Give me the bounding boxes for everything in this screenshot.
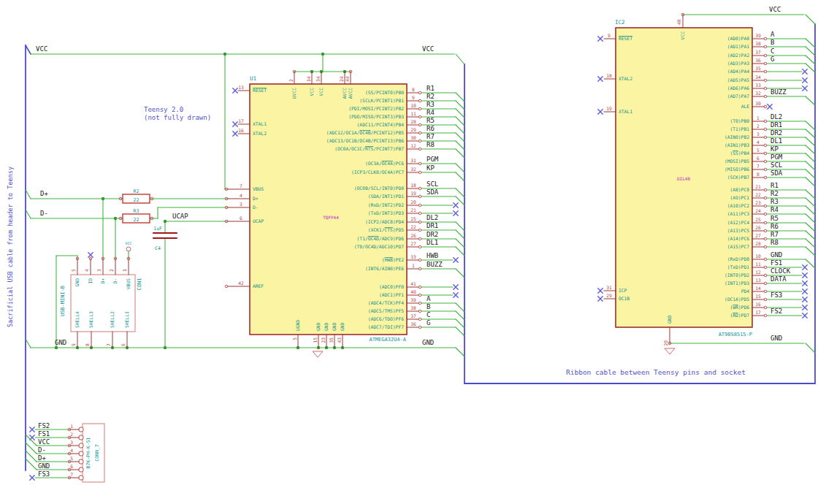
svg-text:8: 8 xyxy=(757,172,760,177)
svg-text:(T0)PB0: (T0)PB0 xyxy=(730,118,749,123)
pin-endpoint xyxy=(418,302,421,305)
r2-value: 22 xyxy=(134,197,139,203)
pin-endpoint xyxy=(764,221,767,224)
net-label-r6: R6 xyxy=(427,125,435,132)
net-label-gnd: GND xyxy=(55,339,66,346)
svg-text:31: 31 xyxy=(606,285,612,290)
svg-text:30: 30 xyxy=(755,101,761,106)
svg-text:ICP: ICP xyxy=(619,288,627,293)
svg-text:GND: GND xyxy=(324,322,329,331)
svg-text:D+: D+ xyxy=(253,196,259,201)
conn7-component[interactable]: B7K-PH-K-S1CONN_71234567 xyxy=(68,424,104,482)
svg-text:23: 23 xyxy=(755,200,761,205)
pin-endpoint xyxy=(764,196,767,199)
pin-endpoint xyxy=(764,87,767,90)
svg-text:17: 17 xyxy=(755,310,761,315)
svg-text:(A10)PC2: (A10)PC2 xyxy=(727,203,750,208)
net-label-r7: R7 xyxy=(770,231,779,238)
net-label-c: C xyxy=(427,311,430,318)
pin-endpoint xyxy=(764,95,767,98)
svg-text:30: 30 xyxy=(410,135,416,140)
net-label-hwb: HWB xyxy=(427,252,438,259)
net-label-r2: R2 xyxy=(427,93,435,100)
svg-text:(SS/PCINT0)PB0: (SS/PCINT0)PB0 xyxy=(365,90,404,95)
svg-text:25: 25 xyxy=(755,217,761,222)
con1-component[interactable]: USB-MINI-BCON15GND4ID3D+2D-1VBUS9SHELL48… xyxy=(60,241,142,348)
svg-text:(ICP2/ADC8)PD4: (ICP2/ADC8)PD4 xyxy=(365,219,404,224)
svg-text:15: 15 xyxy=(313,337,318,343)
pin-endpoint xyxy=(764,168,767,171)
svg-text:14: 14 xyxy=(755,286,761,291)
svg-text:10: 10 xyxy=(755,253,761,259)
net-label-sda: SDA xyxy=(770,169,783,177)
net-label-d-: D- xyxy=(38,446,46,454)
net-label-r8: R8 xyxy=(427,141,435,148)
svg-text:D+: D+ xyxy=(100,278,105,284)
net-label-ucap: UCAP xyxy=(172,213,188,220)
svg-text:12: 12 xyxy=(410,143,416,148)
svg-text:1: 1 xyxy=(412,263,415,268)
svg-text:3: 3 xyxy=(240,202,242,207)
svg-text:(ADC1)PF1: (ADC1)PF1 xyxy=(379,292,404,297)
net-label-vcc: VCC xyxy=(36,45,47,53)
svg-text:33: 33 xyxy=(410,254,416,259)
net-label-vcc: VCC xyxy=(422,45,434,53)
svg-text:25: 25 xyxy=(410,216,416,221)
svg-text:(T1/OC4D/ADC9)PD6: (T1/OC4D/ADC9)PD6 xyxy=(357,236,405,241)
pin-endpoint xyxy=(764,160,767,163)
net-label-r2: R2 xyxy=(770,190,779,197)
svg-text:(OC3A/OC4A)PC6: (OC3A/OC4A)PC6 xyxy=(365,161,404,166)
pin-endpoint xyxy=(764,205,767,207)
svg-text:2: 2 xyxy=(757,123,760,129)
pin-endpoint xyxy=(418,131,421,134)
pin-endpoint xyxy=(764,62,767,65)
net-label-vcc: VCC xyxy=(38,438,50,446)
pin-endpoint xyxy=(418,204,421,207)
junction-dot xyxy=(164,220,167,223)
svg-text:ALE: ALE xyxy=(741,104,750,109)
u1-component[interactable]: U1ATMEGA32U4-ATQFP4413RESET17XTAL116XTAL… xyxy=(225,70,421,357)
svg-text:OC1B: OC1B xyxy=(619,296,630,301)
svg-text:23: 23 xyxy=(321,337,326,343)
pin-endpoint xyxy=(764,105,767,108)
pin-endpoint xyxy=(764,128,767,131)
net-label-r1: R1 xyxy=(770,182,779,189)
net-label-clock: CLOCK xyxy=(770,267,791,275)
pin-endpoint xyxy=(418,318,421,321)
svg-text:21: 21 xyxy=(410,207,416,213)
r2-component[interactable]: R222 xyxy=(119,188,153,203)
svg-text:SHELL3: SHELL3 xyxy=(88,311,93,328)
net-label-kp: KP xyxy=(770,145,779,153)
svg-text:(A13)PC5: (A13)PC5 xyxy=(727,228,750,233)
svg-text:UCAP: UCAP xyxy=(253,218,264,224)
pin-endpoint xyxy=(418,259,421,261)
net-label-fs3: FS3 xyxy=(770,291,782,299)
svg-text:8: 8 xyxy=(412,87,415,92)
svg-text:VCC: VCC xyxy=(309,88,314,96)
pin-endpoint xyxy=(764,176,767,179)
pin-endpoint xyxy=(225,285,228,288)
svg-text:6: 6 xyxy=(240,215,242,221)
pin-endpoint xyxy=(418,267,421,270)
svg-text:40: 40 xyxy=(676,19,681,25)
pin-endpoint xyxy=(764,298,767,301)
net-label-kp: KP xyxy=(427,164,435,172)
svg-text:22: 22 xyxy=(755,192,761,197)
svg-text:5: 5 xyxy=(70,456,73,461)
svg-text:GND: GND xyxy=(316,322,321,331)
ic2-component[interactable]: IC2AT90S8515-PDIL4040VCC20GND9RESET18XTA… xyxy=(598,13,767,354)
pin-endpoint xyxy=(418,237,421,240)
pin-endpoint xyxy=(418,107,421,110)
svg-text:SHELL4: SHELL4 xyxy=(74,311,80,328)
con1-value: USB-MINI-B xyxy=(60,286,66,316)
r3-component[interactable]: R322 xyxy=(119,208,153,223)
svg-text:11: 11 xyxy=(410,111,416,116)
svg-text:5: 5 xyxy=(757,148,760,153)
svg-text:UVCC: UVCC xyxy=(291,88,297,99)
svg-text:38: 38 xyxy=(755,41,761,46)
pin-endpoint xyxy=(764,282,767,285)
pin-endpoint xyxy=(418,286,421,289)
svg-text:(TxD/INT3)PD3: (TxD/INT3)PD3 xyxy=(368,210,404,215)
svg-text:4: 4 xyxy=(240,193,242,198)
svg-text:9: 9 xyxy=(608,33,611,38)
